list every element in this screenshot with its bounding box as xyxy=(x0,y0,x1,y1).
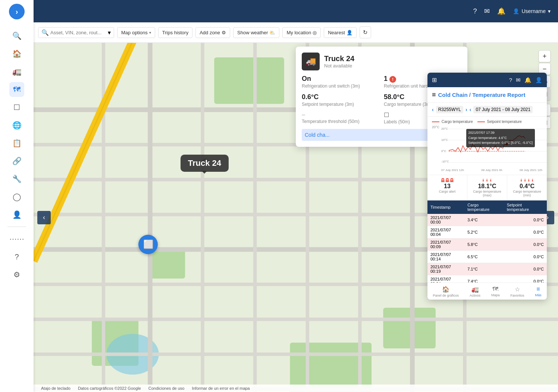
add-zone-button[interactable]: Add zone ⚙ xyxy=(195,27,230,38)
svg-text:-10°C: -10°C xyxy=(441,160,449,163)
bottom-nav-map[interactable]: 🗺 Mapa xyxy=(488,285,503,298)
bottom-nav-more[interactable]: ≡ Más xyxy=(532,285,544,298)
setpoint-temp-value: 0.6°C xyxy=(302,93,379,101)
table-header-row: Timestamp Cargo temperature Setpoint tem… xyxy=(427,200,547,214)
zoom-in-button[interactable]: + xyxy=(539,50,551,62)
map-prev-arrow[interactable]: ‹ xyxy=(37,211,51,224)
sidebar-icon-map[interactable]: 🗺 xyxy=(9,82,24,97)
stat1-icons: 🚨🚨🚨 xyxy=(431,178,463,182)
report-mail-icon[interactable]: ✉ xyxy=(516,77,521,83)
sidebar-icon-search[interactable]: 🔍 xyxy=(9,28,24,43)
dashboard-label: Panel de gráficos xyxy=(433,294,459,297)
bottom-nav-favorites[interactable]: ☆ Favoritos xyxy=(507,285,527,298)
asset-search-box[interactable]: 🔍 ▾ xyxy=(38,27,114,38)
report-header-icons: ? ✉ 🔔 👤 xyxy=(509,77,542,83)
favorites-label: Favoritos xyxy=(510,294,524,297)
report-grid-icon[interactable]: ⊞ xyxy=(432,76,437,83)
temp-nav-bar: ‹ R3255WYL › ‹ 07 July 2021 - 08 July 20… xyxy=(427,103,547,117)
svg-text:0°C: 0°C xyxy=(441,149,446,153)
user-icon: 👤 xyxy=(513,8,519,14)
nearest-button[interactable]: Nearest 👤 xyxy=(324,27,357,38)
map-background: ⬜ Truck 24 ‹ › + − ◎ ⊡ ? ⊞ Ata xyxy=(34,43,558,392)
assets-icon: 🚛 xyxy=(471,286,479,293)
stat-cell-temp-max: 🌡🌡🌡 18.1°C Cargo temperature (max) xyxy=(467,175,507,200)
col-setpoint-temp: Setpoint temperature xyxy=(504,200,547,214)
more-label: Más xyxy=(535,293,541,297)
my-location-button[interactable]: My location ◎ xyxy=(282,27,321,38)
top-nav: ? ✉ 🔔 👤 Username ▾ xyxy=(34,0,558,22)
map-container[interactable]: ⬜ Truck 24 ‹ › + − ◎ ⊡ ? ⊞ Ata xyxy=(34,43,558,392)
sidebar-icon-home[interactable]: 🏠 xyxy=(9,46,24,61)
sidebar-divider xyxy=(7,227,26,227)
vehicle-id-label: R3255WYL xyxy=(438,107,461,112)
bell-icon[interactable]: 🔔 xyxy=(497,7,505,15)
bottom-nav-assets[interactable]: 🚛 Activos xyxy=(467,285,483,298)
truck-icon-box: 🚚 xyxy=(302,53,320,70)
sidebar-icon-settings[interactable]: ⚙ xyxy=(9,267,24,282)
add-zone-label: Add zone xyxy=(200,30,220,35)
mail-icon[interactable]: ✉ xyxy=(484,7,490,15)
sidebar-icon-routes[interactable]: 🔗 xyxy=(9,154,24,168)
map-error-label[interactable]: Informar de un error en el mapa xyxy=(192,386,250,391)
chart-x-axis: 07 July 2021 12h 08 July 2021 0h 08 July… xyxy=(441,168,542,172)
trips-history-button[interactable]: Trips history xyxy=(158,27,192,38)
sidebar-icon-geofence[interactable]: ◯ xyxy=(9,189,24,204)
report-bell-icon[interactable]: 🔔 xyxy=(524,77,532,83)
report-help-icon[interactable]: ? xyxy=(509,77,512,83)
show-weather-button[interactable]: Show weather ⛅ xyxy=(233,27,279,38)
chart-wrapper: 20°C 20°C 10°C 0°C -10°C xyxy=(432,125,542,172)
sidebar-logo[interactable]: › xyxy=(9,4,25,19)
table-row: 2021/07/07 00:247.4°C0.0°C xyxy=(427,275,547,283)
toolbar: 🔍 ▾ Map options ▾ Trips history Add zone… xyxy=(34,22,558,43)
refresh-button[interactable]: ↻ xyxy=(360,26,371,38)
svg-rect-1 xyxy=(214,57,284,104)
refresh-icon: ↻ xyxy=(363,29,368,35)
stat1-value: 13 xyxy=(431,183,463,190)
map-options-button[interactable]: Map options ▾ xyxy=(117,27,155,38)
search-dropdown-arrow-icon[interactable]: ▾ xyxy=(108,29,111,36)
temp-report-panel: ⊞ ? ✉ 🔔 👤 ≡ Cold Chain / Temperature Rep… xyxy=(427,73,547,300)
more-icon: ≡ xyxy=(536,286,540,293)
info-cell-threshold: – Temperature threshold (50m) xyxy=(302,111,379,124)
temperature-table: Timestamp Cargo temperature Setpoint tem… xyxy=(427,200,547,282)
help-icon[interactable]: ? xyxy=(473,7,477,15)
report-user-icon[interactable]: 👤 xyxy=(535,77,542,83)
table-row: 2021/07/07 00:197.1°C0.0°C xyxy=(427,263,547,275)
alert-number: 1 xyxy=(384,75,388,82)
vehicle-nav-prev[interactable]: ‹ xyxy=(432,107,434,113)
vehicle-nav-next[interactable]: › xyxy=(465,107,467,113)
sidebar-icon-tools[interactable]: 🔧 xyxy=(9,171,24,186)
dropdown-arrow-icon: ▾ xyxy=(548,8,551,14)
sidebar-icon-users[interactable]: 👤 xyxy=(9,207,24,222)
table-row: 2021/07/07 00:003.4°C0.0°C xyxy=(427,214,547,226)
table-row: 2021/07/07 00:095.8°C0.0°C xyxy=(427,238,547,251)
user-menu[interactable]: 👤 Username ▾ xyxy=(513,8,551,14)
legend-cargo: Cargo temperature xyxy=(432,120,473,124)
truck-name: Truck 24 xyxy=(324,54,354,63)
bottom-nav-dashboard[interactable]: 🏠 Panel de gráficos xyxy=(430,285,462,298)
date-nav-prev[interactable]: ‹ xyxy=(470,107,471,113)
truck-title-group: Truck 24 Not available xyxy=(324,54,354,69)
map-bottom-bar: Atajo de teclado Datos cartográficos ©20… xyxy=(34,385,558,392)
date-range-pill: 07 July 2021 - 08 July 2021 xyxy=(473,106,533,113)
tooltip-time: 2021/07/07 17:39 xyxy=(468,130,533,136)
add-zone-icon: ⚙ xyxy=(222,30,226,35)
col-cargo-temp: Cargo temperature xyxy=(464,200,504,214)
sidebar-icon-globe[interactable]: 🌐 xyxy=(9,118,24,133)
map-terms-label[interactable]: Condiciones de uso xyxy=(148,386,185,391)
sidebar-icon-reports[interactable]: 📋 xyxy=(9,136,24,151)
sidebar-icon-assets[interactable]: 🚛 xyxy=(9,64,24,79)
col-timestamp: Timestamp xyxy=(427,200,464,214)
asset-search-input[interactable] xyxy=(50,30,106,35)
nearest-icon: 👤 xyxy=(347,30,352,35)
sidebar-icon-grid[interactable]: ⋯⋯ xyxy=(9,231,24,246)
sidebar-icon-help[interactable]: ? xyxy=(9,249,24,264)
stat2-label: Cargo temperature (max) xyxy=(471,190,503,197)
stat-cell-cargo-alert: 🚨🚨🚨 13 Cargo alert xyxy=(427,175,467,200)
x-label-1: 07 July 2021 12h xyxy=(441,168,464,172)
table-row: 2021/07/07 00:045.2°C0.0°C xyxy=(427,226,547,238)
report-menu-icon[interactable]: ≡ xyxy=(432,91,436,99)
threshold-dash: – xyxy=(302,111,379,118)
data-table-wrapper[interactable]: Timestamp Cargo temperature Setpoint tem… xyxy=(427,200,547,282)
sidebar-icon-zones[interactable]: ☐ xyxy=(9,100,24,115)
